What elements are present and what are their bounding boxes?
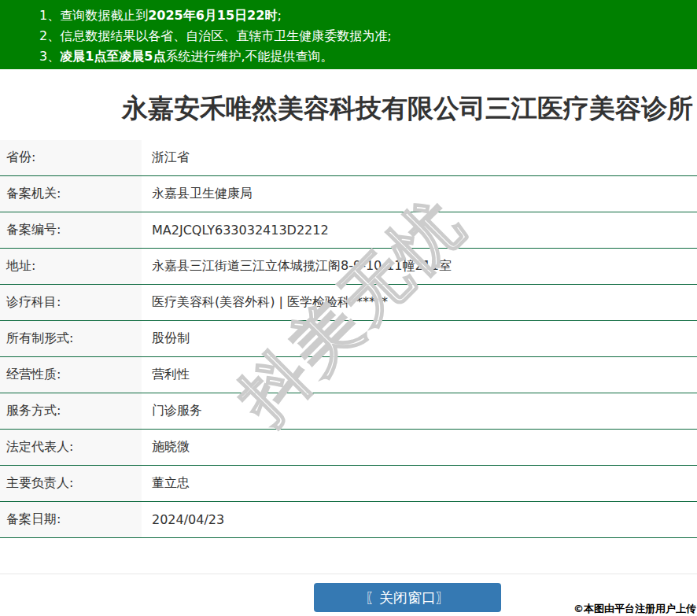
row-value: 医疗美容科(美容外科) | 医学检验科****** bbox=[142, 285, 388, 320]
table-row: 地址: 永嘉县三江街道三江立体城揽江阁8-9-10-11幢211室 bbox=[0, 249, 697, 285]
table-row: 诊疗科目: 医疗美容科(美容外科) | 医学检验科****** bbox=[0, 285, 697, 321]
table-row: 法定代表人: 施晓微 bbox=[0, 430, 697, 466]
row-value: 2024/04/23 bbox=[142, 502, 224, 537]
row-value: MA2JCQLY633032413D2212 bbox=[142, 212, 329, 248]
row-label: 备案日期: bbox=[0, 502, 142, 537]
row-label: 法定代表人: bbox=[0, 430, 142, 465]
notice-line-3-post: 系统进行维护,不能提供查询。 bbox=[165, 49, 333, 64]
row-value: 门诊服务 bbox=[142, 393, 202, 429]
notice-line-2-num: 2、 bbox=[39, 28, 60, 43]
table-row: 备案编号: MA2JCQLY633032413D2212 bbox=[0, 212, 697, 249]
row-label: 诊疗科目: bbox=[0, 285, 142, 320]
row-label: 备案编号: bbox=[0, 212, 142, 248]
row-value: 永嘉县卫生健康局 bbox=[142, 176, 253, 212]
table-row: 省份: 浙江省 bbox=[0, 140, 697, 176]
row-label: 省份: bbox=[0, 140, 142, 175]
notice-line-3-num: 3、 bbox=[39, 49, 60, 64]
row-label: 主要负责人: bbox=[0, 466, 142, 501]
row-value: 永嘉县三江街道三江立体城揽江阁8-9-10-11幢211室 bbox=[142, 249, 452, 284]
notice-line-1-bold: 2025年6月15日22时 bbox=[148, 8, 277, 23]
table-row: 经营性质: 营利性 bbox=[0, 357, 697, 393]
table-row: 备案日期: 2024/04/23 bbox=[0, 502, 697, 538]
section-divider bbox=[0, 574, 697, 574]
table-row: 主要负责人: 董立忠 bbox=[0, 466, 697, 502]
info-table: 省份: 浙江省 备案机关: 永嘉县卫生健康局 备案编号: MA2JCQLY633… bbox=[0, 140, 697, 538]
notice-banner: 1、查询数据截止到2025年6月15日22时; 2、信息数据结果以各省、自治区、… bbox=[0, 0, 697, 69]
row-value: 股份制 bbox=[142, 321, 190, 356]
notice-line-1-pre: 查询数据截止到 bbox=[60, 8, 148, 23]
row-label: 所有制形式: bbox=[0, 321, 142, 356]
notice-line-3-bold: 凌晨1点至凌晨5点 bbox=[60, 49, 165, 64]
corner-watermark: ©本图由平台注册用户上传 bbox=[573, 602, 696, 616]
table-row: 服务方式: 门诊服务 bbox=[0, 393, 697, 430]
row-label: 备案机关: bbox=[0, 176, 142, 212]
close-window-button[interactable]: 〖关闭窗口〗 bbox=[314, 583, 501, 612]
row-label: 经营性质: bbox=[0, 357, 142, 393]
notice-line-2: 2、信息数据结果以各省、自治区、直辖市卫生健康委数据为准; bbox=[39, 26, 697, 46]
notice-line-3: 3、凌晨1点至凌晨5点系统进行维护,不能提供查询。 bbox=[39, 46, 697, 67]
page-title: 永嘉安禾唯然美容科技有限公司三江医疗美容诊所 bbox=[0, 93, 697, 124]
notice-line-2-pre: 信息数据结果以各省、自治区、直辖市卫生健康委数据为准; bbox=[60, 28, 391, 43]
row-value: 营利性 bbox=[142, 357, 190, 393]
notice-line-1: 1、查询数据截止到2025年6月15日22时; bbox=[39, 6, 697, 26]
main-content: 永嘉安禾唯然美容科技有限公司三江医疗美容诊所 省份: 浙江省 备案机关: 永嘉县… bbox=[0, 93, 697, 612]
notice-line-1-post: ; bbox=[277, 8, 281, 23]
row-value: 董立忠 bbox=[142, 466, 190, 501]
table-row: 备案机关: 永嘉县卫生健康局 bbox=[0, 176, 697, 212]
row-label: 服务方式: bbox=[0, 393, 142, 429]
notice-line-1-num: 1、 bbox=[39, 8, 60, 23]
row-label: 地址: bbox=[0, 249, 142, 284]
row-value: 浙江省 bbox=[142, 140, 190, 175]
table-row: 所有制形式: 股份制 bbox=[0, 321, 697, 357]
row-value: 施晓微 bbox=[142, 430, 190, 465]
